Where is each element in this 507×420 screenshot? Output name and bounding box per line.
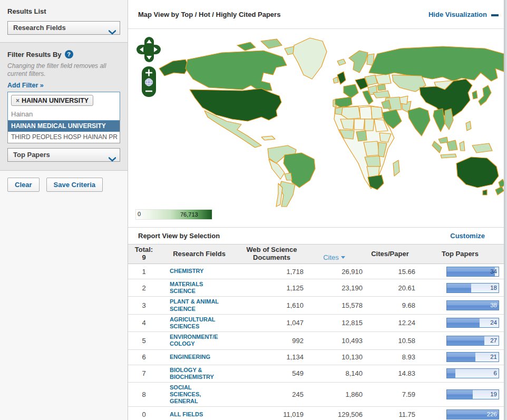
top-papers-bar[interactable]: 24 [446,318,499,328]
esi-results-page: Results List Research Fields Filter Resu… [0,0,507,420]
top-papers-bar-value: 18 [490,285,497,291]
suggestion-item[interactable]: HAINAN MEDICAL UNIVERSITY [8,121,120,132]
save-criteria-button[interactable]: Save Criteria [46,178,103,192]
row-cites-per-paper: 20.61 [364,284,416,292]
row-documents: 11,019 [239,411,305,418]
research-field-link[interactable]: ENVIRONMENT/E COLOGY [160,334,239,347]
column-header-top-papers: Top Papers [416,250,504,258]
main-panel: Map View by Top / Hot / Highly Cited Pap… [128,0,504,420]
row-cites: 23,190 [305,284,364,292]
filter-tag-label: HAINAN UNIVERSITY [22,97,89,104]
column-header-cites[interactable]: Cites [305,246,364,262]
legend-max-label: 76,713 [180,211,198,218]
filter-search-input[interactable] [11,110,116,118]
top-papers-bar[interactable]: 21 [446,352,499,362]
table-row: 6 ENGINEERING 1,134 10,130 8.93 21 [128,350,504,365]
chevron-down-icon [109,153,116,166]
top-papers-bar-fill [447,318,480,327]
top-papers-bar-value: 226 [487,411,497,417]
row-rank: 0 [128,411,160,418]
row-rank: 1 [128,268,160,276]
row-documents: 1,125 [239,284,305,292]
map-legend-gradient: 0 76,713 [135,209,212,220]
top-papers-bar-value: 27 [490,337,497,344]
research-field-link[interactable]: SOCIAL SCIENCES, GENERAL [160,384,239,405]
top-papers-bar-value: 6 [494,370,497,376]
metric-select[interactable]: Top Papers [7,148,120,162]
column-header-research-fields: Research Fields [160,250,239,258]
table-row: 8 SOCIAL SCIENCES, GENERAL 245 1,860 7.5… [128,383,504,407]
results-list-title: Results List [7,7,120,15]
report-table-body: 1 CHEMISTRY 1,718 26,910 15.66 34 2 MATE… [128,264,504,420]
results-list-select[interactable]: Research Fields [7,21,120,35]
top-papers-bar-fill [447,284,471,292]
top-papers-bar[interactable]: 226 [446,409,499,419]
sidebar: Results List Research Fields Filter Resu… [0,0,128,420]
add-filter-link[interactable]: Add Filter » [7,82,120,89]
row-rank: 7 [128,369,160,377]
window-scrollbar[interactable] [504,0,507,420]
map-title: Map View by Top / Hot / Highly Cited Pap… [138,11,280,18]
chevron-down-icon [109,26,116,39]
row-cites: 10,130 [305,353,364,361]
top-papers-bar[interactable]: 18 [446,283,499,293]
table-row: 5 ENVIRONMENT/E COLOGY 992 10,493 10.58 … [128,332,504,349]
table-row: 3 PLANT & ANIMAL SCIENCE 1,610 15,578 9.… [128,297,504,314]
help-icon[interactable]: ? [65,50,73,58]
clear-button[interactable]: Clear [7,178,40,192]
filter-actions: Clear Save Criteria [0,171,128,199]
research-field-link[interactable]: CHEMISTRY [160,268,239,275]
row-cites-per-paper: 12.24 [364,319,416,327]
customize-link[interactable]: Customize [450,232,485,240]
row-cites-per-paper: 10.58 [364,337,416,345]
top-papers-bar-fill [447,369,455,378]
row-rank: 5 [128,337,160,345]
column-header-total: Total: 9 [128,246,160,262]
top-papers-bar[interactable]: 38 [446,300,499,310]
top-papers-bar[interactable]: 27 [446,336,499,346]
table-header-row: Total: 9 Research Fields Web of Science … [128,244,504,264]
pan-control [136,37,161,62]
top-papers-bar-value: 38 [490,302,497,308]
row-cites: 8,140 [305,369,364,377]
world-map[interactable] [158,31,504,207]
row-documents: 992 [239,337,305,345]
top-papers-bar[interactable]: 19 [446,389,499,399]
map-area: 0 76,713 [128,30,504,227]
row-cites-per-paper: 8.93 [364,353,416,361]
row-documents: 1,047 [239,319,305,327]
top-papers-bar[interactable]: 6 [446,368,499,378]
filter-combo-box[interactable]: × HAINAN UNIVERSITY [7,92,120,121]
report-title: Report View by Selection [138,232,220,240]
zoom-control [142,66,156,97]
table-row: 4 AGRICULTURAL SCIENCES 1,047 12,815 12.… [128,315,504,332]
sort-descending-icon [341,256,345,259]
row-cites: 26,910 [305,268,364,276]
research-field-link[interactable]: BIOLOGY & BIOCHEMISTRY [160,367,239,380]
row-cites: 15,578 [305,301,364,309]
top-papers-bar[interactable]: 34 [446,267,499,277]
row-rank: 6 [128,353,160,361]
row-cites-per-paper: 14.83 [364,369,416,377]
filter-suggestion-list: HAINAN MEDICAL UNIVERSITY THIRD PEOPLES … [7,121,120,143]
research-field-link[interactable]: ENGINEERING [160,354,239,360]
row-cites-per-paper: 11.75 [364,411,416,418]
research-field-link[interactable]: ALL FIELDS [160,411,239,418]
row-documents: 1,134 [239,353,305,361]
remove-tag-icon[interactable]: × [16,97,19,104]
top-papers-bar-fill [447,353,475,362]
report-section: Report View by Selection Customize Total… [128,227,504,420]
filter-tag: × HAINAN UNIVERSITY [11,95,93,106]
research-field-link[interactable]: AGRICULTURAL SCIENCES [160,316,239,330]
top-papers-bar-fill [447,267,495,276]
row-cites-per-paper: 9.68 [364,301,416,309]
map-controls[interactable] [136,36,161,105]
hide-visualization-link[interactable]: Hide Visualization [428,11,499,18]
research-field-link[interactable]: MATERIALS SCIENCE [160,281,239,295]
top-papers-bar-value: 24 [490,319,497,326]
suggestion-item[interactable]: THIRD PEOPLES HOSP HAINAN PR [8,132,120,143]
table-row: 7 BIOLOGY & BIOCHEMISTRY 549 8,140 14.83… [128,365,504,383]
table-row: 2 MATERIALS SCIENCE 1,125 23,190 20.61 1… [128,279,504,297]
minimize-icon [491,14,499,16]
research-field-link[interactable]: PLANT & ANIMAL SCIENCE [160,298,239,312]
